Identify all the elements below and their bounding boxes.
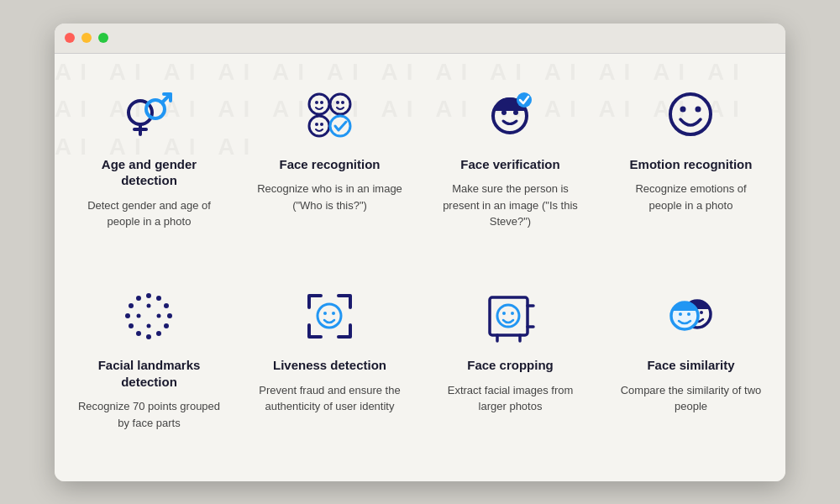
- svg-point-34: [147, 303, 151, 307]
- svg-point-27: [156, 331, 161, 336]
- face-cropping-icon: [481, 286, 540, 345]
- emotion-recognition-title: Emotion recognition: [630, 156, 753, 173]
- facial-landmarks-icon: [120, 286, 179, 345]
- svg-point-40: [332, 312, 335, 315]
- face-recognition-desc: Recognize who is in an image ("Who is th…: [257, 181, 402, 213]
- minimize-button[interactable]: [81, 33, 92, 43]
- svg-point-53: [679, 312, 682, 316]
- close-button[interactable]: [65, 33, 75, 43]
- svg-point-10: [341, 101, 344, 104]
- card-facial-landmarks: Facial landmarks detection Recognize 70 …: [63, 271, 235, 465]
- svg-point-13: [320, 123, 323, 126]
- svg-point-22: [146, 293, 151, 298]
- svg-point-30: [129, 323, 134, 328]
- svg-point-9: [336, 101, 339, 104]
- features-grid: Age and gender detection Detect gender a…: [55, 54, 785, 481]
- svg-point-11: [309, 116, 329, 136]
- svg-point-14: [330, 116, 350, 136]
- svg-point-8: [330, 94, 350, 114]
- maximize-button[interactable]: [98, 33, 108, 43]
- svg-point-51: [700, 311, 703, 314]
- face-verification-icon: [481, 86, 540, 144]
- svg-point-29: [136, 331, 141, 336]
- face-cropping-desc: Extract facial images from larger photos: [438, 382, 583, 415]
- card-face-recognition: Face recognition Recognize who is in an …: [244, 71, 416, 264]
- svg-point-7: [320, 101, 323, 104]
- svg-point-47: [502, 312, 506, 315]
- card-emotion-recognition: Emotion recognition Recognize emotions o…: [605, 71, 777, 264]
- svg-point-31: [125, 313, 130, 318]
- emotion-recognition-icon: [662, 86, 721, 144]
- card-face-cropping: Face cropping Extract facial images from…: [424, 271, 596, 465]
- titlebar: [55, 24, 785, 54]
- card-face-similarity: Face similarity Compare the similarity o…: [605, 271, 777, 465]
- age-gender-desc: Detect gender and age of people in a pho…: [76, 197, 222, 230]
- age-gender-title: Age and gender detection: [76, 156, 222, 189]
- svg-point-25: [167, 313, 172, 318]
- svg-point-28: [146, 334, 151, 339]
- svg-point-23: [156, 296, 161, 301]
- age-gender-icon: [120, 86, 179, 144]
- card-face-verification: Face verification Make sure the person i…: [424, 71, 596, 264]
- svg-point-39: [323, 312, 327, 315]
- liveness-detection-title: Liveness detection: [273, 357, 386, 374]
- svg-point-24: [164, 303, 169, 308]
- svg-point-54: [687, 312, 690, 316]
- face-verification-desc: Make sure the person is present in an im…: [438, 181, 583, 230]
- svg-rect-41: [490, 297, 528, 335]
- svg-point-21: [696, 107, 701, 113]
- svg-point-48: [511, 312, 514, 315]
- liveness-detection-desc: Prevent fraud and ensure the authenticit…: [257, 382, 402, 415]
- emotion-recognition-desc: Recognize emotions of people in a photo: [618, 181, 764, 213]
- card-liveness-detection: Liveness detection Prevent fraud and ens…: [244, 271, 416, 465]
- svg-point-18: [517, 92, 532, 108]
- svg-point-20: [680, 107, 686, 113]
- svg-point-37: [157, 313, 161, 318]
- svg-point-12: [315, 123, 318, 126]
- svg-point-36: [137, 313, 141, 318]
- svg-point-33: [136, 296, 141, 301]
- svg-point-38: [318, 304, 341, 328]
- svg-point-35: [147, 323, 151, 328]
- face-recognition-icon: [301, 86, 360, 144]
- svg-point-5: [309, 94, 329, 114]
- face-similarity-title: Face similarity: [647, 357, 734, 374]
- face-similarity-desc: Compare the similarity of two people: [618, 382, 764, 415]
- liveness-detection-icon: [301, 286, 360, 345]
- face-verification-title: Face verification: [460, 156, 559, 173]
- svg-point-32: [129, 303, 134, 308]
- facial-landmarks-desc: Recognize 70 points grouped by face part…: [76, 398, 222, 431]
- svg-point-26: [164, 323, 169, 328]
- face-similarity-icon: [662, 286, 721, 345]
- card-age-gender: Age and gender detection Detect gender a…: [63, 71, 235, 264]
- svg-point-19: [670, 94, 711, 134]
- facial-landmarks-title: Facial landmarks detection: [76, 357, 222, 390]
- face-recognition-title: Face recognition: [279, 156, 380, 173]
- face-cropping-title: Face cropping: [467, 357, 554, 374]
- app-window: Age and gender detection Detect gender a…: [55, 24, 785, 481]
- svg-point-6: [315, 101, 318, 104]
